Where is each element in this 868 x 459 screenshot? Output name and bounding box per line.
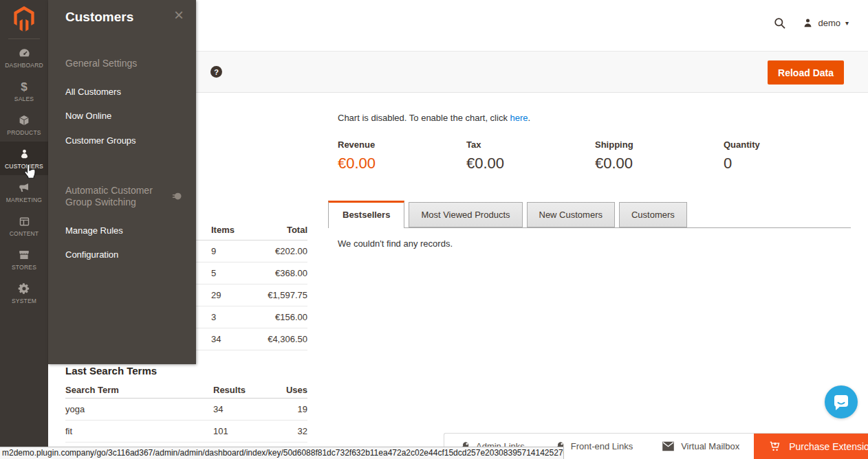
sidebar-item-products[interactable]: PRODUCTS <box>0 108 48 142</box>
col-results: Results <box>213 385 261 395</box>
admin-sidebar: DASHBOARD $ SALES PRODUCTS CUSTOMERS MAR… <box>0 0 48 459</box>
tab-customers[interactable]: Customers <box>619 202 687 227</box>
search-term: fit <box>65 426 213 436</box>
order-total: €368.00 <box>252 268 307 278</box>
order-items: 34 <box>211 334 252 344</box>
order-items: 9 <box>211 246 252 256</box>
caret-down-icon: ▾ <box>845 19 849 27</box>
order-items: 3 <box>211 312 252 322</box>
sales-icon: $ <box>21 80 27 93</box>
metric-quantity: Quantity 0 <box>724 139 852 172</box>
col-search-term: Search Term <box>65 385 213 395</box>
flyout-title: Customers <box>65 10 133 25</box>
magento-logo[interactable] <box>0 0 48 38</box>
flyout-item-configuration[interactable]: Configuration <box>65 249 118 260</box>
flyout-item-all-customers[interactable]: All Customers <box>65 87 121 97</box>
flyout-item-manage-rules[interactable]: Manage Rules <box>65 225 123 236</box>
search-term-row[interactable]: yoga 34 19 <box>65 399 307 421</box>
search-term-row[interactable]: fit 101 32 <box>65 421 307 443</box>
flyout-item-customer-groups[interactable]: Customer Groups <box>65 135 136 146</box>
sidebar-item-content[interactable]: CONTENT <box>0 209 48 243</box>
sidebar-item-label: STORES <box>12 264 36 271</box>
magento-logo-icon <box>12 6 36 33</box>
front-end-links-label: Front-end Links <box>571 441 633 451</box>
flyout-item-now-online[interactable]: Now Online <box>65 111 111 121</box>
virtual-mailbox-label: Virtual Mailbox <box>681 441 739 451</box>
order-total: €1,597.75 <box>252 290 307 300</box>
magento-admin-dashboard: demo ▾ ? Reload Data Chart is disabled. … <box>0 0 868 459</box>
metric-revenue: Revenue €0.00 <box>338 139 466 172</box>
plugin-icon <box>172 191 182 201</box>
search-icon[interactable] <box>773 16 786 30</box>
last-search-terms: Last Search Terms Search Term Results Us… <box>65 365 307 443</box>
metric-label: Tax <box>466 139 595 150</box>
search-results: 101 <box>213 426 261 436</box>
sidebar-item-dashboard[interactable]: DASHBOARD <box>0 41 48 74</box>
system-icon <box>18 282 30 295</box>
sidebar-item-label: DASHBOARD <box>5 62 43 69</box>
metric-tax: Tax €0.00 <box>466 139 595 172</box>
reload-data-button[interactable]: Reload Data <box>768 60 844 85</box>
sidebar-item-customers[interactable]: CUSTOMERS <box>0 142 48 175</box>
metric-label: Revenue <box>338 139 466 150</box>
search-results: 34 <box>213 404 261 414</box>
dashboard-totals: Revenue €0.00 Tax €0.00 Shipping €0.00 Q… <box>338 139 852 172</box>
sidebar-item-label: SYSTEM <box>12 298 36 304</box>
tab-bestsellers[interactable]: Bestsellers <box>328 201 404 228</box>
search-uses: 19 <box>261 404 307 414</box>
virtual-mailbox-button[interactable]: Virtual Mailbox <box>647 441 754 451</box>
purchase-extension-button[interactable]: Purchase Extension <box>754 434 868 459</box>
search-uses: 32 <box>261 426 307 436</box>
user-menu[interactable]: demo ▾ <box>803 18 849 28</box>
order-items: 29 <box>211 290 252 300</box>
enable-chart-link[interactable]: here <box>510 113 528 123</box>
search-term: yoga <box>65 404 213 414</box>
metric-value: €0.00 <box>595 155 724 172</box>
metric-label: Shipping <box>595 139 724 150</box>
sidebar-item-marketing[interactable]: MARKETING <box>0 175 48 209</box>
order-items: 5 <box>211 268 252 278</box>
chat-icon <box>832 393 850 411</box>
top-bar-actions: demo ▾ <box>773 16 849 30</box>
sidebar-item-stores[interactable]: STORES <box>0 243 48 276</box>
content-icon <box>19 215 30 228</box>
sidebar-item-label: MARKETING <box>6 197 42 203</box>
sidebar-item-label: CUSTOMERS <box>5 163 43 170</box>
sidebar-item-system[interactable]: SYSTEM <box>0 276 48 310</box>
marketing-icon <box>18 181 30 194</box>
chart-disabled-suffix: . <box>528 113 531 123</box>
tab-new-customers[interactable]: New Customers <box>527 202 615 227</box>
last-search-terms-title: Last Search Terms <box>65 365 307 377</box>
products-icon <box>18 114 30 127</box>
search-terms-header-row: Search Term Results Uses <box>65 382 307 399</box>
orders-col-total: Total <box>252 225 307 235</box>
envelope-icon <box>662 441 675 451</box>
metric-value: €0.00 <box>338 155 466 172</box>
cart-icon <box>768 440 781 453</box>
orders-col-items: Items <box>211 225 252 235</box>
metric-shipping: Shipping €0.00 <box>595 139 724 172</box>
sidebar-item-label: SALES <box>14 96 34 102</box>
status-bar-url: m2demo.plugin.company/go/3c116ad367/admi… <box>0 447 564 459</box>
help-icon[interactable]: ? <box>210 66 222 78</box>
tab-most-viewed-products[interactable]: Most Viewed Products <box>409 202 522 227</box>
empty-records-message: We couldn't find any records. <box>338 238 453 249</box>
sidebar-item-sales[interactable]: $ SALES <box>0 74 48 108</box>
customers-flyout-menu: Customers × General Settings All Custome… <box>48 0 196 364</box>
chart-disabled-notice: Chart is disabled. To enable the chart, … <box>338 113 530 123</box>
chat-widget-button[interactable] <box>825 385 858 418</box>
sidebar-item-label: PRODUCTS <box>7 129 41 136</box>
stores-icon <box>18 249 30 262</box>
close-icon[interactable]: × <box>174 7 184 23</box>
section-automatic-customer-group-switching: Automatic Customer Group Switching <box>65 185 169 208</box>
section-general-settings: General Settings <box>65 58 137 69</box>
order-total: €4,306.50 <box>252 334 307 344</box>
username: demo <box>818 18 840 28</box>
dashboard-icon <box>18 47 31 60</box>
sidebar-item-label: CONTENT <box>10 230 39 237</box>
metric-label: Quantity <box>724 139 852 150</box>
purchase-extension-label: Purchase Extension <box>789 441 868 452</box>
order-total: €156.00 <box>252 312 307 322</box>
col-uses: Uses <box>261 385 307 395</box>
user-icon <box>803 18 813 28</box>
